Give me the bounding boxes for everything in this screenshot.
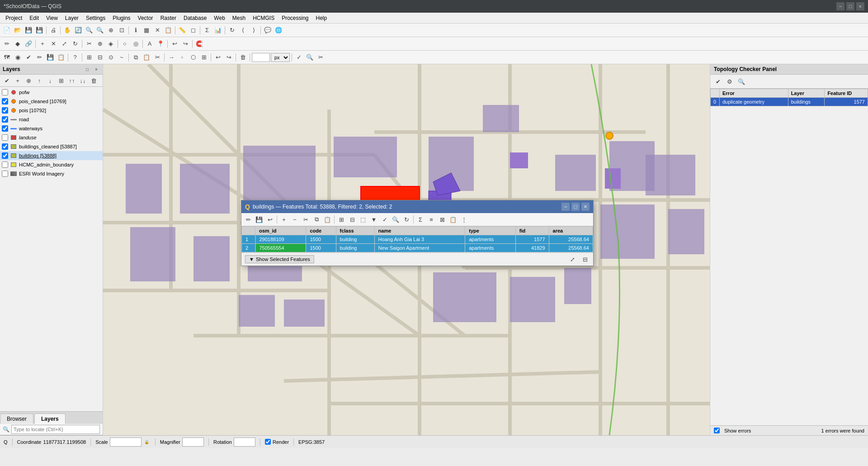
layers-tb-5[interactable]: ↓ [45, 76, 55, 86]
dock-table-btn[interactable]: ⊟ [580, 255, 590, 264]
part-button[interactable]: ◎ [131, 39, 141, 49]
print-button[interactable]: 🖨 [48, 25, 58, 35]
layers-tb-9[interactable]: 🗑 [89, 76, 99, 86]
add-feature-button[interactable]: + [38, 39, 47, 49]
node-button[interactable]: ◆ [13, 39, 23, 49]
layers-close-btn[interactable]: × [93, 66, 100, 73]
search-input[interactable] [11, 425, 100, 434]
layer-item-pois-cleaned[interactable]: pois_cleaned [10769] [0, 97, 103, 106]
topo-col-layer[interactable]: Layer [788, 89, 825, 98]
pan-map-button[interactable]: 🔄 [73, 25, 83, 35]
topo-clear-btn[interactable]: 🔍 [736, 76, 746, 86]
layer-btn-2[interactable]: ◉ [13, 52, 23, 62]
advanced-digitize-2[interactable]: ⊟ [95, 52, 105, 62]
layer-btn-4[interactable]: ✏ [34, 52, 44, 62]
snap-button[interactable]: 🔗 [24, 39, 33, 49]
split-button[interactable]: ✂ [84, 39, 94, 49]
menu-web[interactable]: Web [210, 14, 228, 22]
rotate-button[interactable]: ↻ [70, 39, 80, 49]
topo-col-error[interactable]: Error [720, 89, 788, 98]
more-btn[interactable]: ⊞ [199, 52, 209, 62]
layers-tb-4[interactable]: ↑ [34, 76, 44, 86]
zoom-out-button[interactable]: 🔍 [95, 25, 105, 35]
tab-browser[interactable]: Browser [0, 414, 33, 424]
layer-item-esri[interactable]: ESRI World Imagery [0, 169, 103, 178]
map-area[interactable]: Q buildings — Features Total: 53888, Fil… [103, 64, 710, 435]
undo2-btn[interactable]: ↩ [213, 52, 223, 62]
col-fclass[interactable]: fclass [336, 227, 374, 235]
dialog-minimize-btn[interactable]: − [561, 203, 570, 211]
layers-tb-7[interactable]: ↑↑ [67, 76, 77, 86]
refresh-button[interactable]: ↻ [227, 25, 237, 35]
identify-button[interactable]: ℹ [131, 25, 141, 35]
topo-config-btn[interactable]: ⚙ [725, 76, 735, 86]
render-checkbox[interactable] [265, 439, 271, 445]
menu-help[interactable]: Help [312, 14, 331, 22]
menu-settings[interactable]: Settings [82, 14, 109, 22]
layer-item-landuse[interactable]: landuse [0, 133, 103, 142]
layer-btn-1[interactable]: 🗺 [2, 52, 12, 62]
layer-item-waterways[interactable]: waterways [0, 124, 103, 133]
refresh-attr-btn[interactable]: ↻ [401, 214, 411, 224]
layer-cb-landuse[interactable] [2, 134, 8, 141]
minimize-button[interactable]: − [836, 2, 844, 10]
annotation-button[interactable]: 💬 [263, 25, 273, 35]
del-row-btn[interactable]: − [290, 214, 300, 224]
table-row[interactable]: 1 290188109 1500 building Hoang Anh Gia … [242, 235, 593, 244]
filter-sel-btn[interactable]: ✓ [380, 214, 390, 224]
trace-btn[interactable]: ~ [117, 52, 127, 62]
line-dir[interactable]: → [166, 52, 176, 62]
close-button[interactable]: × [856, 2, 864, 10]
col-area[interactable]: area [549, 227, 593, 235]
save-as-button[interactable]: 💾 [34, 25, 44, 35]
deselect-all-btn[interactable]: ⊟ [347, 214, 357, 224]
field-calc-btn[interactable]: Σ [415, 214, 425, 224]
globe-button[interactable]: 🌐 [274, 25, 283, 35]
magnet-button[interactable]: 🧲 [194, 39, 204, 49]
layers-collapse-btn[interactable]: □ [84, 66, 91, 73]
trim-btn[interactable]: ✂ [316, 52, 326, 62]
rotation-input[interactable]: 0.0 ° [234, 437, 255, 447]
zoom-sel-btn[interactable]: 🔍 [391, 214, 401, 224]
menu-project[interactable]: Project [2, 14, 26, 22]
scale-lock-btn[interactable]: 🔒 [143, 438, 151, 446]
zoom-next-button[interactable]: ⟩ [249, 25, 259, 35]
sum-button[interactable]: Σ [202, 25, 212, 35]
measure-button[interactable]: 📏 [177, 25, 187, 35]
save-button[interactable]: 💾 [24, 25, 33, 35]
layer-btn-3[interactable]: ✔ [24, 52, 33, 62]
menu-layer[interactable]: Layer [61, 14, 82, 22]
label-button[interactable]: A [145, 39, 155, 49]
deselect-button[interactable]: ✕ [152, 25, 162, 35]
layer-item-hcmc[interactable]: HCMC_admin_boundary [0, 160, 103, 169]
layers-tb-6[interactable]: ⊞ [56, 76, 66, 86]
new-project-button[interactable]: 📄 [2, 25, 12, 35]
move-feature-button[interactable]: ⤢ [59, 39, 69, 49]
zoom-last-button[interactable]: ⟨ [238, 25, 248, 35]
rollback-btn[interactable]: ↩ [265, 214, 275, 224]
layer-btn-6[interactable]: 📋 [56, 52, 66, 62]
window-controls[interactable]: − □ × [836, 2, 864, 10]
zoom-selection-button[interactable]: ⊡ [117, 25, 127, 35]
undo-button[interactable]: ↩ [170, 39, 179, 49]
col-name[interactable]: name [374, 227, 465, 235]
open-table-button[interactable]: 📋 [163, 25, 173, 35]
layers-tb-2[interactable]: + [13, 76, 23, 86]
col-rownum[interactable] [242, 227, 255, 235]
layer-cb-pois[interactable] [2, 107, 8, 114]
layers-tb-1[interactable]: ✔ [2, 76, 12, 86]
layer-item-buildings[interactable]: buildings [53888] [0, 151, 103, 160]
layer-item-buildings-cleaned[interactable]: buildings_cleaned [53887] [0, 142, 103, 151]
layer-cb-pofw[interactable] [2, 89, 8, 95]
paste-row-btn[interactable]: 📋 [322, 214, 332, 224]
col-osm-id[interactable]: osm_id [255, 227, 306, 235]
layer-cb-waterways[interactable] [2, 125, 8, 132]
pin-button[interactable]: 📍 [156, 39, 165, 49]
cut-btn[interactable]: ✂ [152, 52, 162, 62]
layer-cb-road[interactable] [2, 116, 8, 123]
col-fid[interactable]: fid [515, 227, 549, 235]
menu-vector[interactable]: Vector [134, 14, 157, 22]
menu-hcmgis[interactable]: HCMGIS [249, 14, 278, 22]
copy-row-btn[interactable]: ⧉ [311, 214, 321, 224]
save-attr-btn[interactable]: 💾 [254, 214, 264, 224]
